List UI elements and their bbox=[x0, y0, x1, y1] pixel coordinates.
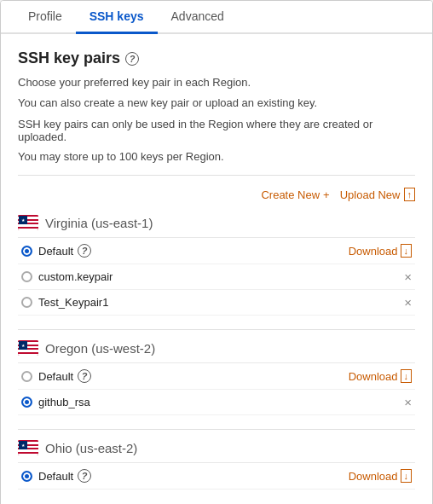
key-actions-test: × bbox=[404, 296, 412, 309]
key-name-test: Test_Keypair1 bbox=[38, 296, 404, 309]
key-name-default-east2: Default ? bbox=[38, 469, 349, 483]
region-us-east-2: Ohio (us-east-2) Default ? Download bbox=[18, 440, 415, 490]
download-label-west2: Download bbox=[349, 370, 398, 383]
create-new-button[interactable]: Create New + bbox=[261, 188, 329, 201]
radio-col-default-east2 bbox=[21, 471, 38, 482]
key-actions-default-east1: Download ↓ bbox=[349, 244, 412, 258]
radio-col-default-west2 bbox=[21, 371, 38, 382]
radio-default-east1[interactable] bbox=[21, 246, 32, 257]
create-new-label: Create New bbox=[261, 188, 320, 201]
note-line2: You may store up to 100 keys per Region. bbox=[18, 150, 415, 163]
description-line1: Choose your preferred key pair in each R… bbox=[18, 74, 415, 91]
key-actions-default-west2: Download ↓ bbox=[349, 369, 412, 383]
region-us-west-2: Oregon (us-west-2) Default ? Download bbox=[18, 340, 415, 415]
key-list-us-east-2: Default ? Download ↓ bbox=[18, 462, 415, 490]
key-name-default-east1: Default ? bbox=[38, 244, 349, 258]
radio-custom-keypair[interactable] bbox=[21, 271, 32, 282]
delete-button-custom-keypair[interactable]: × bbox=[404, 270, 412, 283]
radio-col-default-east1 bbox=[21, 246, 38, 257]
description-line2: You can also create a new key pair or up… bbox=[18, 95, 415, 112]
radio-col-github bbox=[21, 397, 38, 408]
region-name-us-east-1: Virginia (us-east-1) bbox=[45, 216, 153, 230]
key-name-default-west2: Default ? bbox=[38, 369, 349, 383]
download-icon-west2: ↓ bbox=[401, 369, 413, 383]
key-name-github: github_rsa bbox=[38, 396, 404, 408]
upload-icon: ↑ bbox=[404, 188, 416, 201]
download-button-default-west2[interactable]: Download ↓ bbox=[349, 369, 412, 383]
download-icon: ↓ bbox=[401, 244, 413, 258]
title-help-icon[interactable]: ? bbox=[125, 52, 139, 66]
note-line1: SSH key pairs can only be used in the Re… bbox=[18, 118, 415, 143]
delete-button-test-keypair1[interactable]: × bbox=[404, 296, 412, 309]
page-title: SSH key pairs ? bbox=[18, 49, 415, 67]
flag-us-east-1 bbox=[18, 215, 38, 230]
key-row-default-west2: Default ? Download ↓ bbox=[18, 363, 415, 390]
download-label: Download bbox=[349, 245, 398, 258]
region-header-us-east-1: Virginia (us-east-1) bbox=[18, 215, 415, 230]
region-us-east-1: Virginia (us-east-1) Default ? Download bbox=[18, 215, 415, 316]
key-row-custom-keypair: custom.keypair × bbox=[18, 264, 415, 290]
download-button-default-east2[interactable]: Download ↓ bbox=[349, 469, 412, 483]
tab-ssh-keys[interactable]: SSH keys bbox=[76, 1, 158, 34]
radio-test-keypair1[interactable] bbox=[21, 297, 32, 308]
plus-icon: + bbox=[323, 188, 330, 201]
key-actions-github: × bbox=[404, 396, 412, 408]
radio-col-test bbox=[21, 297, 38, 308]
key-help-icon-default-east2[interactable]: ? bbox=[78, 469, 91, 483]
tab-profile[interactable]: Profile bbox=[14, 1, 76, 34]
key-actions-default-east2: Download ↓ bbox=[349, 469, 412, 483]
key-help-icon-default-east1[interactable]: ? bbox=[78, 244, 91, 258]
region-header-us-west-2: Oregon (us-west-2) bbox=[18, 340, 415, 356]
key-name-custom: custom.keypair bbox=[38, 270, 404, 283]
key-row-github-rsa: github_rsa × bbox=[18, 390, 415, 415]
action-row: Create New + Upload New ↑ bbox=[18, 188, 415, 201]
download-button-default-east1[interactable]: Download ↓ bbox=[349, 244, 412, 258]
download-label-east2: Download bbox=[349, 470, 398, 483]
key-list-us-west-2: Default ? Download ↓ bbox=[18, 362, 415, 415]
upload-new-button[interactable]: Upload New ↑ bbox=[340, 188, 415, 201]
flag-us-east-2 bbox=[18, 440, 38, 455]
divider-oregon bbox=[18, 329, 415, 330]
page-content: SSH key pairs ? Choose your preferred ke… bbox=[1, 34, 432, 504]
region-header-us-east-2: Ohio (us-east-2) bbox=[18, 440, 415, 455]
tab-bar: Profile SSH keys Advanced bbox=[1, 1, 432, 34]
key-list-us-east-1: Default ? Download ↓ bbox=[18, 237, 415, 316]
radio-default-east2[interactable] bbox=[21, 471, 32, 482]
key-row-test-keypair1: Test_Keypair1 × bbox=[18, 290, 415, 316]
tab-advanced[interactable]: Advanced bbox=[158, 1, 238, 34]
divider-ohio bbox=[18, 429, 415, 430]
divider-top bbox=[18, 175, 415, 176]
key-help-icon-default-west2[interactable]: ? bbox=[78, 369, 91, 383]
main-window: Profile SSH keys Advanced SSH key pairs … bbox=[0, 0, 433, 504]
upload-new-label: Upload New bbox=[340, 188, 401, 201]
key-actions-custom: × bbox=[404, 270, 412, 283]
key-row-default-east2: Default ? Download ↓ bbox=[18, 463, 415, 490]
region-name-us-west-2: Oregon (us-west-2) bbox=[45, 341, 155, 356]
radio-default-west2[interactable] bbox=[21, 371, 32, 382]
flag-us-west-2 bbox=[18, 340, 38, 356]
radio-col-custom bbox=[21, 271, 38, 282]
region-name-us-east-2: Ohio (us-east-2) bbox=[45, 441, 137, 455]
delete-button-github-rsa[interactable]: × bbox=[404, 396, 412, 408]
key-row-default-east1: Default ? Download ↓ bbox=[18, 238, 415, 264]
radio-github-rsa[interactable] bbox=[21, 397, 32, 408]
download-icon-east2: ↓ bbox=[401, 469, 413, 483]
title-text: SSH key pairs bbox=[18, 49, 120, 67]
